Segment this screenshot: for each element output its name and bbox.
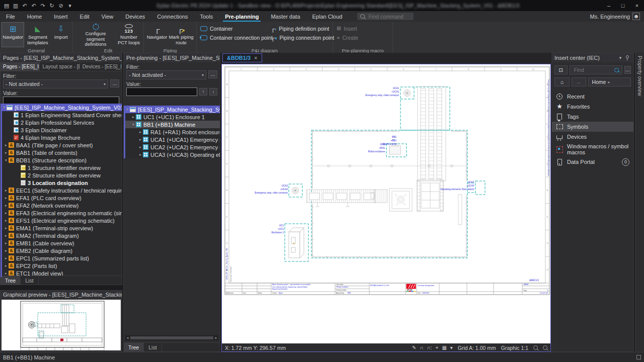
zoom-in-icon[interactable]: [543, 345, 547, 350]
status-toggle-icon[interactable]: ▦: [442, 345, 446, 350]
tree-item[interactable]: ▸ EMA1 (Terminal-strip overview): [1, 224, 122, 232]
filter-select[interactable]: - Not activated - ▾: [126, 70, 206, 79]
more-button[interactable]: ...: [624, 66, 631, 74]
mark-piping-route-button[interactable]: ┌↗ Mark piping route: [168, 23, 194, 47]
tree-item[interactable]: ▸ EFA2 (Network overview): [1, 202, 122, 209]
find-command-input[interactable]: [367, 13, 410, 20]
menu-item[interactable]: Home: [21, 11, 48, 22]
insert-center-item[interactable]: ★ Favorites: [552, 102, 633, 112]
insert-center-item[interactable]: Devices: [552, 132, 633, 142]
tree-item[interactable]: 3 Eplan Disclaimer: [1, 126, 122, 134]
menu-item[interactable]: Connections: [151, 11, 194, 22]
tree-item[interactable]: ▾ BDB1 (Structure description): [1, 156, 122, 164]
configure-segment-definitions-button[interactable]: Configure segment definitions: [75, 23, 116, 47]
tree-item[interactable]: ▸ BAB1 (Table of contents): [1, 149, 122, 156]
import-button[interactable]: ⇩ Import: [52, 23, 70, 47]
quick-access-icon[interactable]: ⊘: [56, 3, 65, 9]
tree-item[interactable]: ▸ BAA1 (Title page / cover sheet): [1, 141, 122, 149]
tab-close-icon[interactable]: ×: [254, 55, 257, 61]
value-input[interactable]: [126, 87, 197, 96]
tree-item[interactable]: ▸ RA1 (+RA1) Robot enclosure: [124, 128, 220, 136]
menu-item[interactable]: Tools: [194, 11, 219, 22]
tree-item[interactable]: 1 Structure identifier overview: [1, 164, 122, 171]
quick-access-icon[interactable]: ↶: [20, 3, 29, 9]
container-button[interactable]: Container: [199, 25, 269, 32]
tree-item[interactable]: ▸ EMB1 (Cable overview): [1, 239, 122, 247]
navigator-button[interactable]: ⊞ Navigator: [2, 23, 24, 47]
maximize-button[interactable]: □: [616, 3, 630, 9]
tree-item[interactable]: ▸ UCA1 (+UCA1) Emergency stop, chain con…: [124, 136, 220, 143]
symbol-select-button[interactable]: ⊡: [554, 65, 568, 74]
tree-item[interactable]: ▸ EPC2 (Parts list): [1, 262, 122, 269]
expander-icon[interactable]: ▸: [4, 233, 9, 238]
expander-icon[interactable]: ▸: [4, 196, 9, 200]
tree-item[interactable]: ▸ EFA1 (PLC card overview): [1, 194, 122, 202]
menu-item[interactable]: View: [96, 11, 120, 22]
tree-item[interactable]: ▾ BB1 (+BB1) Machine: [124, 121, 220, 128]
property-overview-tab[interactable]: Property overview: [635, 53, 644, 352]
piping-connection-point-button[interactable]: ┌▾ Piping connection point: [269, 34, 329, 41]
tree-item[interactable]: ▸ EEC1 (Safety instructions / technical …: [1, 187, 122, 194]
menu-item[interactable]: Master data: [265, 11, 306, 22]
preview-thumbnail[interactable]: [2, 300, 121, 350]
quick-access-icon[interactable]: ▥: [11, 3, 20, 9]
expander-icon[interactable]: ▸: [4, 271, 9, 276]
page-tab[interactable]: &BDB1/3 ×: [222, 53, 262, 62]
tree-item[interactable]: ▾ [EES]_ISP_Machine_Stacking_System_V01: [1, 104, 122, 111]
insert-center-item[interactable]: Symbols: [552, 122, 633, 132]
minimize-button[interactable]: –: [602, 3, 616, 9]
find-command-search[interactable]: [357, 13, 414, 20]
tree-item[interactable]: 1 Eplan Engineering Standard Cover sheet: [1, 111, 122, 119]
quick-access-icon[interactable]: ↶: [29, 3, 38, 9]
menu-item[interactable]: Devices: [119, 11, 151, 22]
piping-navigator-button[interactable]: ┌ Navigator: [146, 23, 168, 47]
expander-icon[interactable]: ▸: [4, 188, 9, 193]
panel-tab[interactable]: Devices - [EES]_ISP_...: [80, 62, 122, 71]
piping-definition-point-button[interactable]: ┌▪ Piping definition point: [269, 25, 329, 32]
expander-icon[interactable]: ▸: [4, 241, 9, 245]
status-toggle-icon[interactable]: ∩:: [427, 345, 432, 350]
expander-icon[interactable]: ▸: [4, 263, 9, 268]
scrollbar-thumb[interactable]: [130, 336, 213, 339]
chevron-down-icon[interactable]: ▾: [617, 55, 624, 60]
tree-item[interactable]: 4 Eplan Image Brochure: [1, 134, 122, 141]
arrow-down-button[interactable]: ↓: [209, 88, 217, 96]
expander-icon[interactable]: ▸: [4, 150, 9, 155]
menu-item[interactable]: Eplan Cloud: [306, 11, 349, 22]
expander-icon[interactable]: ▸: [4, 211, 9, 215]
tree-item[interactable]: ▸ UCA3 (+UCA3) Operating elements: Door …: [124, 151, 220, 158]
scroll-right-icon[interactable]: ▸: [214, 336, 218, 340]
expander-icon[interactable]: ▾: [4, 158, 9, 162]
segment-templates-button[interactable]: ◣ Segment templates: [24, 23, 51, 47]
expander-icon[interactable]: ▾: [131, 122, 136, 127]
zoom-out-icon[interactable]: [533, 345, 538, 350]
expander-icon[interactable]: ▸: [4, 248, 9, 253]
tree-item[interactable]: ▸ EFS1 (Electrical engineering schematic…: [1, 217, 122, 224]
quick-access-icon[interactable]: ▤: [2, 3, 11, 9]
arrow-up-button[interactable]: ↑: [199, 88, 207, 96]
expander-icon[interactable]: ▾: [2, 105, 7, 110]
expander-icon[interactable]: ▸: [138, 137, 143, 142]
container-connection-point-button[interactable]: Container connection point: [199, 34, 269, 41]
insert-macro-button[interactable]: ⊞ Insert: [335, 25, 385, 32]
expander-icon[interactable]: ▸: [4, 218, 9, 223]
create-macro-button[interactable]: + Create: [335, 34, 385, 41]
filter-more-button[interactable]: ...: [110, 79, 119, 87]
breadcrumb[interactable]: Home ▸: [588, 77, 631, 86]
home-button[interactable]: ⌂: [554, 77, 570, 86]
view-tab[interactable]: List: [21, 276, 38, 285]
filter-select[interactable]: - Not activated - ▾: [3, 79, 108, 88]
expander-icon[interactable]: ▸: [4, 203, 9, 208]
tree-item[interactable]: ▸ EFA3 (Electrical engineering schematic…: [1, 209, 122, 217]
tree-item[interactable]: ▾ [EES]_ISP_Machine_Stacking_System_V01: [124, 106, 220, 113]
expander-icon[interactable]: ▸: [4, 143, 9, 147]
expander-icon[interactable]: ▸: [4, 226, 9, 230]
status-toggle-icon[interactable]: +: [436, 345, 439, 350]
pin-icon[interactable]: [624, 56, 631, 59]
status-toggle-icon[interactable]: ∩: [420, 345, 423, 350]
resize-grip-icon[interactable]: [636, 355, 641, 359]
quick-access-icon[interactable]: ↷: [38, 3, 47, 9]
drawing-canvas[interactable]: 12345678910AABBCCDDEEFFGGHH [EES]_ISP_Ma…: [222, 64, 550, 343]
horizontal-scrollbar[interactable]: ◂ ▸: [125, 335, 218, 340]
tree-item[interactable]: ▸ EMB2 (Cable diagram): [1, 247, 122, 254]
